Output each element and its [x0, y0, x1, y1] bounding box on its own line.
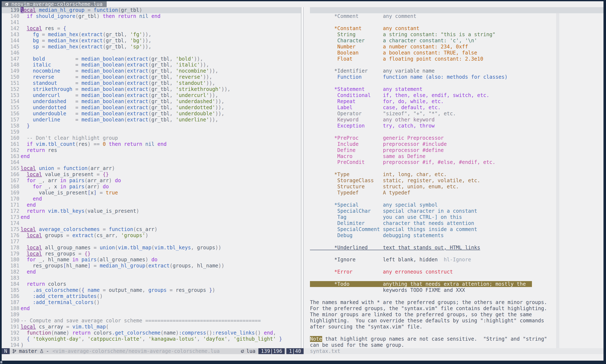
code-line-170[interactable]: 170 end — [2, 196, 301, 202]
code-line-174[interactable]: 174 — [2, 220, 301, 226]
code-line-156[interactable]: 156 underdouble = median_boolean(extract… — [2, 111, 301, 117]
help-row[interactable]: Label case, default, etc. — [304, 104, 604, 111]
help-row[interactable]: after sourcing the "syntax.vim" file. — [304, 324, 604, 330]
code-line-188[interactable]: 188end — [2, 306, 301, 312]
code-line-159[interactable]: 159 — [2, 129, 301, 135]
help-row[interactable]: can be used for the same group. — [304, 342, 604, 348]
code-line-160[interactable]: 160 -- Don't clear highlight group — [2, 135, 301, 141]
help-row[interactable]: Structure struct, union, enum, etc. — [304, 184, 604, 190]
help-row[interactable] — [304, 129, 604, 135]
code-line-167[interactable]: 167 for _, arr in pairs(arr_arr) do — [2, 178, 301, 184]
code-line-178[interactable]: 178 local all_group_names = union(vim.tb… — [2, 245, 301, 251]
help-row[interactable] — [304, 239, 604, 245]
help-row[interactable]: *Identifier any variable name — [304, 68, 604, 74]
code-line-171[interactable]: 171 end — [2, 202, 301, 208]
help-row[interactable]: *Statement any statement — [304, 86, 604, 92]
code-line-162[interactable]: 162 return res — [2, 147, 301, 153]
code-pane-lua-file[interactable]: 139local median_hl_group = function(gr_t… — [2, 7, 301, 348]
help-row[interactable]: *PreProc generic Preprocessor — [304, 135, 604, 141]
code-line-151[interactable]: 151 standout = median_boolean(extract(gr… — [2, 80, 301, 86]
help-row[interactable]: *Todo anything that needs extra attentio… — [304, 281, 604, 287]
help-row[interactable] — [304, 62, 604, 68]
code-line-192[interactable]: 192 function(name) return colors.get_col… — [2, 330, 301, 336]
code-line-181[interactable]: 181 res_groups[hl_name] = median_hl_grou… — [2, 263, 301, 269]
code-line-152[interactable]: 152 strikethrough = median_boolean(extra… — [2, 86, 301, 92]
code-line-173[interactable]: 173end — [2, 214, 301, 220]
help-row[interactable]: Number a number constant: 234, 0xff — [304, 44, 604, 50]
help-row[interactable]: Typedef A typedef — [304, 190, 604, 196]
code-line-191[interactable]: 191local cs_array = vim.tbl_map( — [2, 324, 301, 330]
help-row[interactable]: Character a character constant: 'c', '\n… — [304, 38, 604, 44]
code-line-177[interactable]: 177 — [2, 239, 301, 245]
code-line-176[interactable]: 176 local groups = extract(cs_arr, 'grou… — [2, 233, 301, 239]
help-row[interactable]: Exception try, catch, throw — [304, 123, 604, 129]
code-line-143[interactable]: 143 fg = median_hex(extract(gr_tbl, 'fg'… — [2, 32, 301, 38]
code-line-139[interactable]: 139local median_hl_group = function(gr_t… — [2, 7, 301, 13]
code-line-168[interactable]: 168 for _, x in pairs(arr) do — [2, 184, 301, 190]
code-line-169[interactable]: 169 value_is_present[x] = true — [2, 190, 301, 196]
help-row[interactable]: *Ignore left blank, hidden hl-Ignore — [304, 257, 604, 263]
code-line-166[interactable]: 166 local value_is_present = {} — [2, 171, 301, 178]
help-row[interactable]: Delimiter character that needs attention — [304, 220, 604, 226]
help-row[interactable]: *Underlined text that stands out, HTML l… — [304, 245, 604, 251]
code-line-142[interactable]: 142 local res = { — [2, 26, 301, 32]
help-row[interactable]: StorageClass static, register, volatile,… — [304, 178, 604, 184]
help-row[interactable]: Keyword any other keyword — [304, 117, 604, 123]
help-row[interactable]: Define preprocessor #define — [304, 147, 604, 153]
code-line-158[interactable]: 158 } — [2, 123, 301, 129]
help-row[interactable]: Include preprocessor #include — [304, 141, 604, 147]
code-line-165[interactable]: 165local union = function(arr_arr) — [2, 165, 301, 171]
help-row[interactable]: *Constant any constant — [304, 26, 604, 32]
help-row[interactable] — [304, 293, 604, 299]
help-row[interactable] — [304, 263, 604, 269]
code-line-179[interactable]: 179 local res_groups = {} — [2, 251, 301, 257]
help-row[interactable]: The minor groups are linked to the prefe… — [304, 312, 604, 318]
window-vertical-separator[interactable] — [301, 7, 304, 348]
help-row[interactable]: String a string constant: "this is a str… — [304, 32, 604, 38]
code-line-193[interactable]: 193 { 'tokyonight-day', 'catppuccin-latt… — [2, 336, 301, 342]
code-line-180[interactable]: 180 for _, hl_name in pairs(all_group_na… — [2, 257, 301, 263]
help-row[interactable]: Conditional if, then, else, endif, switc… — [304, 92, 604, 98]
help-row[interactable] — [304, 19, 604, 26]
help-row[interactable]: *Error any erroneous construct — [304, 269, 604, 275]
code-line-194[interactable]: 194) — [2, 342, 301, 348]
code-line-161[interactable]: 161 if vim.tbl_count(res) == 0 then retu… — [2, 141, 301, 147]
code-line-172[interactable]: 172 return vim.tbl_keys(value_is_present… — [2, 208, 301, 214]
help-tag[interactable]: hl-Ignore — [438, 257, 471, 263]
code-line-149[interactable]: 149 nocombine = median_boolean(extract(g… — [2, 68, 301, 74]
command-line[interactable] — [2, 354, 604, 361]
code-line-189[interactable]: 189 — [2, 312, 301, 318]
code-line-146[interactable]: 146 — [2, 50, 301, 56]
code-line-153[interactable]: 153 undercurl = median_boolean(extract(g… — [2, 92, 301, 98]
help-row[interactable]: Function function name (also: methods fo… — [304, 74, 604, 80]
help-row[interactable]: *Type int, long, char, etc. — [304, 171, 604, 178]
code-line-147[interactable]: 147 bold = median_boolean(extract(gr_tbl… — [2, 56, 301, 62]
code-line-185[interactable]: 185 .as_colorscheme({ name = output_name… — [2, 287, 301, 293]
code-line-190[interactable]: 190-- Compute and save average color sch… — [2, 318, 301, 324]
help-row[interactable]: keywords TODO FIXME and XXX — [304, 287, 604, 293]
code-line-157[interactable]: 157 underline = median_boolean(extract(g… — [2, 117, 301, 123]
help-row[interactable]: *Comment any comment — [304, 13, 604, 19]
help-row[interactable] — [304, 80, 604, 86]
tab-neovim-average-colorscheme[interactable]: neovim-average-colorscheme.lua — [2, 1, 107, 7]
code-line-175[interactable]: 175local average_colorschemes = function… — [2, 226, 301, 233]
help-row[interactable]: Debug debugging statements — [304, 233, 604, 239]
code-line-187[interactable]: 187 :add_terminal_colors() — [2, 299, 301, 306]
code-line-141[interactable]: 141 — [2, 19, 301, 26]
help-row[interactable] — [304, 165, 604, 171]
help-row[interactable] — [304, 330, 604, 336]
code-line-154[interactable]: 154 underdashed = median_boolean(extract… — [2, 98, 301, 104]
code-line-184[interactable]: 184 return colors — [2, 281, 301, 287]
help-row[interactable]: PreCondit preprocessor #if, #else, #endi… — [304, 159, 604, 165]
help-row[interactable]: highlighting. You can override these def… — [304, 318, 604, 324]
help-row[interactable]: The names marked with * are the preferre… — [304, 299, 604, 306]
code-line-164[interactable]: 164 — [2, 159, 301, 165]
help-row[interactable] — [304, 275, 604, 281]
help-row[interactable]: Operator "sizeof", "+", "*", etc. — [304, 111, 604, 117]
help-row[interactable]: Repeat for, do, while, etc. — [304, 98, 604, 104]
help-row[interactable] — [304, 196, 604, 202]
code-line-163[interactable]: 163end — [2, 153, 301, 159]
help-row[interactable]: Float a floating point constant: 2.3e10 — [304, 56, 604, 62]
code-line-183[interactable]: 183 — [2, 275, 301, 281]
help-pane-syntax-txt[interactable]: *Comment any comment *Constant any const… — [304, 7, 604, 348]
